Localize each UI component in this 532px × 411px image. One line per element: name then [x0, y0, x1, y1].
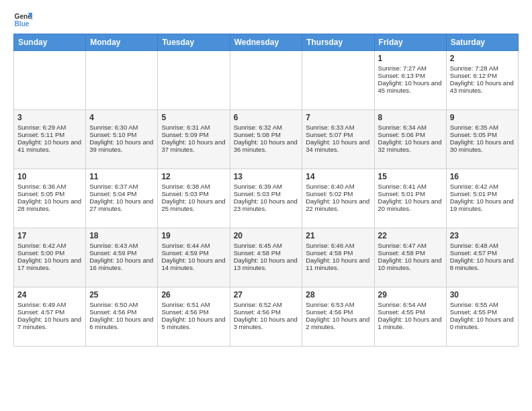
day-info: Daylight: 10 hours and 1 minute.: [378, 316, 443, 330]
day-info: Sunrise: 6:54 AM: [378, 301, 443, 308]
weekday-header-wednesday: Wednesday: [230, 34, 302, 51]
day-info: Sunset: 4:58 PM: [306, 249, 370, 257]
day-number: 20: [234, 231, 299, 240]
calendar-cell: 1Sunrise: 7:27 AMSunset: 6:13 PMDaylight…: [374, 51, 446, 110]
day-info: Sunrise: 6:34 AM: [378, 124, 443, 131]
day-info: Daylight: 10 hours and 37 minutes.: [161, 138, 226, 153]
day-info: Daylight: 10 hours and 10 minutes.: [378, 257, 443, 271]
day-info: Sunrise: 6:42 AM: [17, 242, 82, 249]
calendar-cell: 24Sunrise: 6:49 AMSunset: 4:57 PMDayligh…: [14, 287, 86, 347]
calendar-cell: 29Sunrise: 6:54 AMSunset: 4:55 PMDayligh…: [374, 287, 446, 347]
day-number: 8: [378, 113, 443, 122]
day-info: Sunset: 5:07 PM: [306, 131, 370, 138]
day-info: Sunset: 4:56 PM: [234, 308, 299, 316]
calendar-cell: 20Sunrise: 6:45 AMSunset: 4:58 PMDayligh…: [230, 228, 302, 287]
weekday-header-monday: Monday: [86, 34, 158, 51]
day-number: 1: [378, 54, 443, 63]
day-number: 24: [17, 290, 82, 300]
day-info: Sunrise: 6:50 AM: [89, 301, 154, 308]
day-info: Sunset: 5:03 PM: [234, 190, 299, 197]
day-number: 10: [17, 172, 82, 181]
calendar-cell: 15Sunrise: 6:41 AMSunset: 5:01 PMDayligh…: [374, 169, 446, 228]
day-info: Daylight: 10 hours and 25 minutes.: [161, 197, 226, 212]
day-info: Sunset: 4:59 PM: [161, 249, 226, 257]
day-number: 19: [161, 231, 226, 240]
day-info: Sunset: 5:05 PM: [17, 190, 82, 197]
day-info: Sunrise: 6:30 AM: [89, 124, 154, 131]
day-number: 2: [450, 54, 515, 63]
day-info: Daylight: 10 hours and 32 minutes.: [378, 138, 443, 153]
calendar-cell: 10Sunrise: 6:36 AMSunset: 5:05 PMDayligh…: [14, 169, 86, 228]
day-info: Daylight: 10 hours and 14 minutes.: [161, 257, 226, 271]
calendar-cell: 27Sunrise: 6:52 AMSunset: 4:56 PMDayligh…: [230, 287, 302, 347]
weekday-header-tuesday: Tuesday: [158, 34, 230, 51]
calendar-cell: 23Sunrise: 6:48 AMSunset: 4:57 PMDayligh…: [446, 228, 518, 287]
day-info: Daylight: 10 hours and 11 minutes.: [306, 257, 370, 271]
day-info: Sunrise: 6:41 AM: [378, 183, 443, 190]
day-info: Sunrise: 6:29 AM: [17, 124, 82, 131]
day-info: Daylight: 10 hours and 7 minutes.: [17, 316, 82, 330]
day-number: 15: [378, 172, 443, 181]
day-info: Sunset: 6:13 PM: [378, 72, 443, 79]
calendar-table: SundayMondayTuesdayWednesdayThursdayFrid…: [13, 34, 519, 347]
day-info: Sunrise: 6:53 AM: [306, 301, 370, 308]
day-info: Daylight: 10 hours and 6 minutes.: [89, 316, 154, 330]
calendar-cell: 13Sunrise: 6:39 AMSunset: 5:03 PMDayligh…: [230, 169, 302, 228]
calendar-cell: 5Sunrise: 6:31 AMSunset: 5:09 PMDaylight…: [158, 110, 230, 169]
day-info: Sunset: 5:11 PM: [17, 131, 82, 138]
day-number: 3: [17, 113, 82, 122]
day-info: Sunrise: 6:45 AM: [234, 242, 299, 249]
day-info: Sunrise: 7:27 AM: [378, 64, 443, 72]
day-info: Sunset: 5:01 PM: [450, 190, 515, 197]
calendar-cell: 18Sunrise: 6:43 AMSunset: 4:59 PMDayligh…: [86, 228, 158, 287]
day-info: Daylight: 10 hours and 39 minutes.: [89, 138, 154, 153]
day-info: Sunset: 4:55 PM: [450, 308, 515, 316]
day-number: 29: [378, 290, 443, 300]
day-info: Sunset: 5:00 PM: [17, 249, 82, 257]
day-info: Sunset: 4:56 PM: [161, 308, 226, 316]
calendar-cell: [14, 51, 86, 110]
calendar-cell: 4Sunrise: 6:30 AMSunset: 5:10 PMDaylight…: [86, 110, 158, 169]
day-info: Daylight: 10 hours and 13 minutes.: [234, 257, 299, 271]
day-number: 16: [450, 172, 515, 181]
day-info: Daylight: 10 hours and 20 minutes.: [378, 197, 443, 212]
day-info: Sunrise: 6:35 AM: [450, 124, 515, 131]
calendar-cell: 12Sunrise: 6:38 AMSunset: 5:03 PMDayligh…: [158, 169, 230, 228]
calendar-cell: 16Sunrise: 6:42 AMSunset: 5:01 PMDayligh…: [446, 169, 518, 228]
day-number: 11: [89, 172, 154, 181]
day-number: 28: [306, 290, 370, 300]
day-number: 26: [161, 290, 226, 300]
calendar-cell: 26Sunrise: 6:51 AMSunset: 4:56 PMDayligh…: [158, 287, 230, 347]
day-info: Daylight: 10 hours and 45 minutes.: [378, 79, 443, 94]
day-info: Sunrise: 6:32 AM: [234, 124, 299, 131]
calendar-cell: 3Sunrise: 6:29 AMSunset: 5:11 PMDaylight…: [14, 110, 86, 169]
day-info: Sunrise: 6:39 AM: [234, 183, 299, 190]
day-number: 9: [450, 113, 515, 122]
calendar-cell: 21Sunrise: 6:46 AMSunset: 4:58 PMDayligh…: [302, 228, 374, 287]
day-info: Daylight: 10 hours and 2 minutes.: [306, 316, 370, 330]
weekday-header-saturday: Saturday: [446, 34, 518, 51]
day-number: 18: [89, 231, 154, 240]
day-info: Sunset: 4:57 PM: [17, 308, 82, 316]
day-info: Sunrise: 6:43 AM: [89, 242, 154, 249]
day-info: Daylight: 10 hours and 16 minutes.: [89, 257, 154, 271]
day-info: Sunset: 4:59 PM: [89, 249, 154, 257]
day-info: Sunset: 5:08 PM: [234, 131, 299, 138]
day-info: Sunrise: 6:47 AM: [378, 242, 443, 249]
weekday-header-sunday: Sunday: [14, 34, 86, 51]
day-info: Sunrise: 6:42 AM: [450, 183, 515, 190]
day-info: Sunrise: 6:40 AM: [306, 183, 370, 190]
calendar-cell: [158, 51, 230, 110]
day-info: Sunset: 5:09 PM: [161, 131, 226, 138]
day-number: 14: [306, 172, 370, 181]
day-number: 23: [450, 231, 515, 240]
day-info: Daylight: 10 hours and 41 minutes.: [17, 138, 82, 153]
calendar-cell: 17Sunrise: 6:42 AMSunset: 5:00 PMDayligh…: [14, 228, 86, 287]
calendar-cell: 7Sunrise: 6:33 AMSunset: 5:07 PMDaylight…: [302, 110, 374, 169]
day-info: Sunset: 5:04 PM: [89, 190, 154, 197]
calendar-cell: 9Sunrise: 6:35 AMSunset: 5:05 PMDaylight…: [446, 110, 518, 169]
day-info: Sunset: 4:56 PM: [306, 308, 370, 316]
day-info: Sunrise: 6:37 AM: [89, 183, 154, 190]
calendar-cell: [302, 51, 374, 110]
day-info: Sunrise: 6:33 AM: [306, 124, 370, 131]
